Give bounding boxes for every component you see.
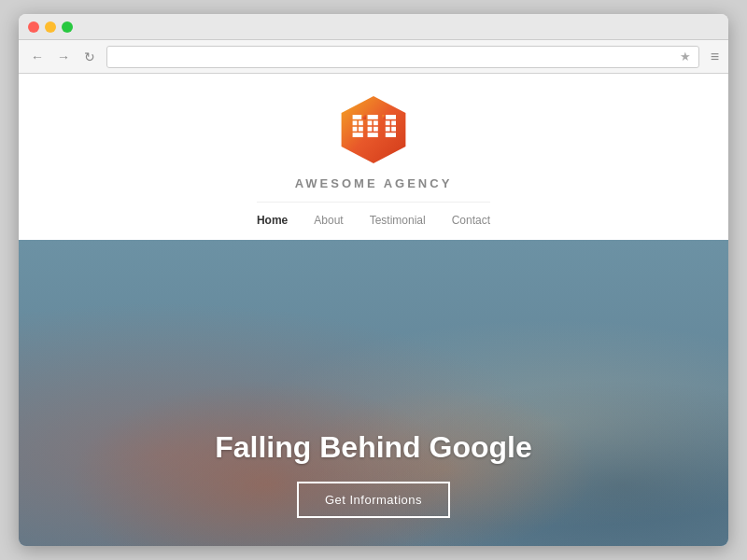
nav-item-home[interactable]: Home	[257, 212, 288, 229]
close-button[interactable]	[28, 21, 39, 33]
logo	[336, 92, 411, 167]
site-header: AWESOME AGENCY Home About Testimonial Co…	[19, 74, 728, 240]
bookmark-icon[interactable]: ★	[680, 49, 691, 63]
svg-rect-16	[386, 127, 390, 132]
menu-icon[interactable]: ≡	[711, 49, 719, 65]
browser-window: ← → ↻ ★ ≡	[19, 14, 728, 546]
nav-item-contact[interactable]: Contact	[452, 212, 490, 229]
logo-hex	[336, 92, 411, 167]
svg-rect-12	[368, 115, 378, 119]
svg-rect-2	[359, 120, 363, 125]
forward-button[interactable]: →	[54, 48, 73, 66]
hero-section: Falling Behind Google Get Informations	[19, 240, 728, 546]
title-bar	[19, 14, 728, 40]
svg-rect-9	[368, 127, 373, 132]
svg-rect-3	[353, 127, 358, 132]
svg-rect-8	[374, 120, 378, 125]
nav-item-testimonial[interactable]: Testimonial	[370, 212, 426, 229]
browser-toolbar: ← → ↻ ★ ≡	[19, 40, 728, 74]
website-content: AWESOME AGENCY Home About Testimonial Co…	[19, 74, 728, 546]
svg-rect-10	[374, 127, 378, 132]
svg-rect-5	[353, 133, 363, 137]
svg-rect-19	[386, 115, 396, 119]
traffic-lights	[28, 21, 73, 33]
svg-rect-14	[386, 120, 390, 125]
maximize-button[interactable]	[62, 21, 73, 33]
back-button[interactable]: ←	[28, 48, 47, 66]
site-nav: Home About Testimonial Contact	[257, 202, 490, 229]
svg-rect-13	[361, 115, 366, 119]
svg-rect-6	[353, 115, 363, 119]
svg-rect-17	[391, 127, 396, 132]
svg-rect-7	[368, 120, 373, 125]
nav-item-about[interactable]: About	[314, 212, 343, 229]
site-name: AWESOME AGENCY	[295, 176, 453, 190]
minimize-button[interactable]	[45, 21, 56, 33]
svg-rect-1	[353, 120, 358, 125]
svg-rect-11	[368, 133, 378, 137]
svg-rect-4	[359, 127, 363, 132]
hero-content: Falling Behind Google Get Informations	[215, 430, 532, 518]
svg-rect-18	[386, 133, 396, 137]
svg-rect-15	[391, 120, 396, 125]
address-bar[interactable]: ★	[106, 46, 699, 68]
svg-rect-20	[383, 115, 386, 119]
hero-headline: Falling Behind Google	[215, 430, 532, 465]
reload-button[interactable]: ↻	[80, 48, 99, 66]
cta-button[interactable]: Get Informations	[297, 482, 450, 518]
